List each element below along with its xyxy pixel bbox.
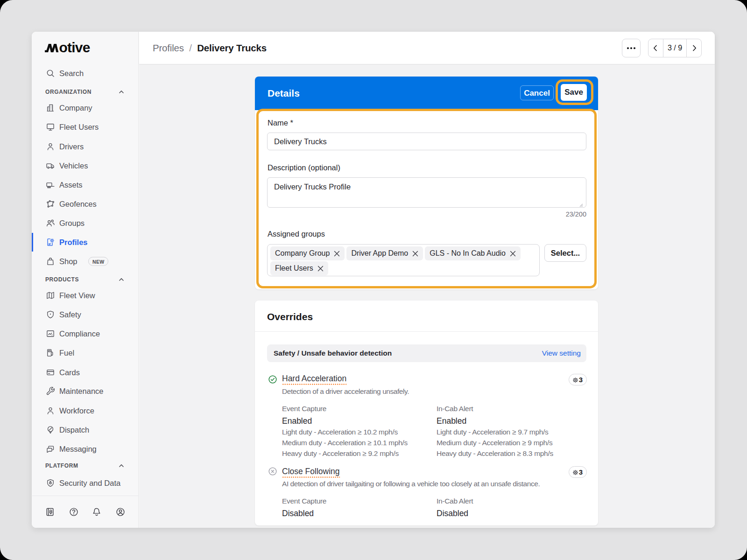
svg-text:otive: otive <box>59 42 90 55</box>
